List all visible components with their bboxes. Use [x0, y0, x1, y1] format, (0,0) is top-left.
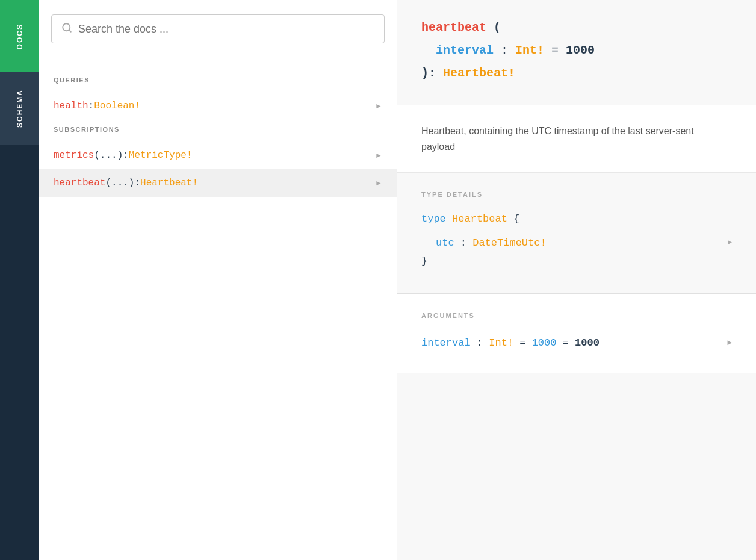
- type-keyword: type: [421, 213, 446, 225]
- sidebar-tab-schema[interactable]: SCHEMA: [0, 72, 39, 145]
- type-open-brace: {: [513, 213, 519, 225]
- nav-panel: QUERIES health : Boolean! ► SUBSCRIPTION…: [39, 0, 397, 560]
- utc-field-name: utc: [436, 237, 454, 249]
- interval-arg-colon: :: [477, 337, 489, 349]
- type-details-code: type Heartbeat { utc : DateTimeUtc! ► }: [421, 210, 732, 270]
- health-chevron-icon: ►: [375, 102, 382, 110]
- heartbeat-nav-args: (...): [105, 178, 134, 188]
- queries-section-header: QUERIES: [39, 70, 397, 92]
- sig-colon: :: [501, 43, 515, 57]
- heartbeat-chevron-icon: ►: [375, 179, 382, 187]
- search-input[interactable]: [78, 23, 374, 36]
- signature-line-1: heartbeat (: [421, 18, 732, 37]
- svg-line-1: [69, 30, 70, 31]
- health-item-text: health : Boolean!: [54, 101, 140, 111]
- signature-line-2: interval : Int! = 1000: [421, 41, 732, 60]
- interval-arg-eq1: =: [519, 337, 531, 349]
- nav-item-metrics[interactable]: metrics (...) : MetricType! ►: [39, 142, 397, 169]
- utc-type: DateTimeUtc!: [472, 237, 546, 249]
- sig-open-paren: (: [494, 20, 501, 34]
- heartbeat-nav-name: heartbeat: [54, 178, 105, 188]
- search-area: [39, 0, 397, 58]
- signature-block: heartbeat ( interval : Int! = 1000 ): He…: [397, 0, 756, 105]
- interval-arg-name: interval: [421, 337, 471, 349]
- interval-arg-eq2: =: [563, 337, 575, 349]
- sig-default-value: 1000: [566, 43, 595, 57]
- sig-equals: =: [551, 43, 566, 57]
- subscriptions-section-header: SUBSCRIPTIONS: [39, 120, 397, 142]
- interval-arg-default2: 1000: [575, 337, 600, 349]
- utc-field-text: utc : DateTimeUtc!: [436, 237, 547, 249]
- type-close-brace-line: }: [421, 252, 732, 271]
- interval-chevron-icon: ►: [727, 338, 732, 347]
- interval-arg-default1: 1000: [532, 337, 557, 349]
- interval-arg-row[interactable]: interval : Int! = 1000 = 1000 ►: [421, 331, 732, 355]
- type-close-brace: }: [421, 255, 427, 267]
- heartbeat-nav-type: Heartbeat!: [140, 178, 198, 188]
- signature-line-3: ): Heartbeat!: [421, 64, 732, 83]
- sidebar-tab-schema-label: SCHEMA: [16, 89, 24, 128]
- nav-content: QUERIES health : Boolean! ► SUBSCRIPTION…: [39, 58, 397, 560]
- heartbeat-nav-colon: :: [134, 178, 140, 188]
- utc-colon: :: [460, 237, 472, 249]
- interval-arg-type: Int!: [489, 337, 513, 349]
- sig-return-type: Heartbeat!: [443, 66, 515, 80]
- type-details-block: TYPE DETAILS type Heartbeat { utc : Date…: [397, 173, 756, 294]
- utc-chevron-icon: ►: [728, 238, 732, 247]
- sig-param-type: Int!: [515, 43, 544, 57]
- metrics-type: MetricType!: [129, 150, 193, 161]
- interval-arg-text: interval : Int! = 1000 = 1000: [421, 337, 600, 349]
- type-decl-line: type Heartbeat {: [421, 210, 732, 229]
- search-icon: [61, 22, 72, 36]
- nav-item-health[interactable]: health : Boolean! ►: [39, 92, 397, 120]
- utc-field-row[interactable]: utc : DateTimeUtc! ►: [421, 234, 732, 252]
- heartbeat-item-text: heartbeat (...) : Heartbeat!: [54, 178, 198, 188]
- arguments-label: ARGUMENTS: [421, 312, 732, 319]
- metrics-item-text: metrics (...) : MetricType!: [54, 150, 192, 161]
- health-colon: :: [88, 101, 94, 111]
- metrics-name: metrics: [54, 150, 94, 161]
- sig-close: ):: [421, 66, 443, 80]
- health-name: health: [54, 101, 88, 111]
- type-details-label: TYPE DETAILS: [421, 191, 732, 198]
- description-text: Heartbeat, containing the UTC timestamp …: [421, 123, 710, 154]
- sidebar-tab-docs-label: DOCS: [16, 23, 24, 49]
- sig-param-name: interval: [436, 43, 494, 57]
- sidebar-tab-docs[interactable]: DOCS: [0, 0, 39, 72]
- description-block: Heartbeat, containing the UTC timestamp …: [397, 105, 756, 173]
- metrics-colon: :: [123, 150, 129, 161]
- metrics-chevron-icon: ►: [375, 151, 382, 160]
- sidebar-tabs: DOCS SCHEMA: [0, 0, 39, 560]
- type-name: Heartbeat: [452, 213, 507, 225]
- sig-function-name: heartbeat: [421, 20, 486, 34]
- nav-item-heartbeat[interactable]: heartbeat (...) : Heartbeat! ►: [39, 169, 397, 197]
- arguments-block: ARGUMENTS interval : Int! = 1000 = 1000 …: [397, 294, 756, 373]
- main-panel: heartbeat ( interval : Int! = 1000 ): He…: [397, 0, 756, 560]
- metrics-args: (...): [94, 150, 123, 161]
- search-box[interactable]: [51, 14, 385, 43]
- health-type: Boolean!: [94, 101, 140, 111]
